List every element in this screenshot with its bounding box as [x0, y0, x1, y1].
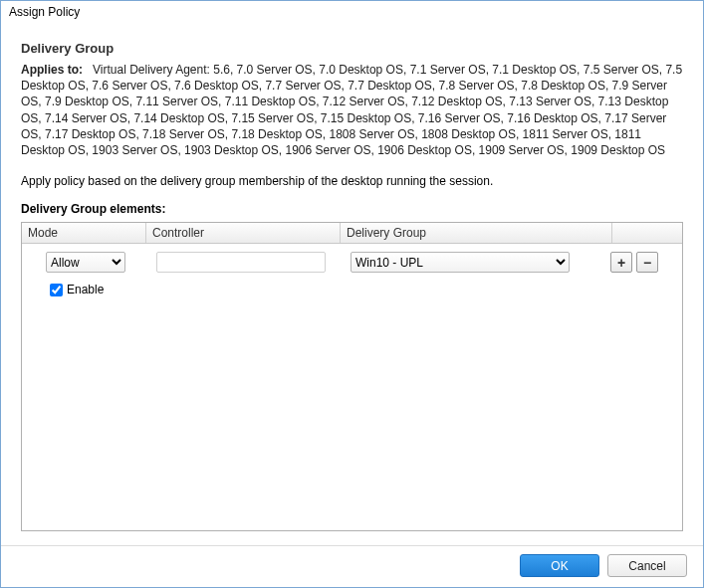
- col-header-controller[interactable]: Controller: [146, 223, 341, 243]
- col-header-delivery-group[interactable]: Delivery Group: [341, 223, 612, 243]
- assign-policy-window: Assign Policy Delivery Group Applies to:…: [0, 0, 704, 588]
- table-row: Allow Win10 - UPL + −: [28, 250, 676, 275]
- controller-input[interactable]: [156, 252, 326, 273]
- applies-to-text: Virtual Delivery Agent: 5.6, 7.0 Server …: [21, 63, 682, 157]
- grid-header: Mode Controller Delivery Group: [22, 223, 682, 244]
- delivery-group-select[interactable]: Win10 - UPL: [351, 252, 570, 273]
- window-title: Assign Policy: [1, 1, 703, 23]
- grid-body: Allow Win10 - UPL + −: [22, 244, 682, 530]
- dialog-footer: OK Cancel: [1, 545, 703, 587]
- col-header-actions: [612, 223, 682, 243]
- elements-grid: Mode Controller Delivery Group Allow: [21, 222, 683, 531]
- applies-to-block: Applies to: Virtual Delivery Agent: 5.6,…: [21, 62, 683, 158]
- mode-select[interactable]: Allow: [46, 252, 125, 273]
- applies-to-label: Applies to:: [21, 63, 83, 77]
- section-heading: Delivery Group: [21, 41, 683, 56]
- enable-label: Enable: [67, 283, 104, 296]
- elements-heading: Delivery Group elements:: [21, 202, 683, 216]
- add-row-button[interactable]: +: [610, 252, 632, 273]
- content-area: Delivery Group Applies to: Virtual Deliv…: [1, 23, 703, 545]
- cancel-button[interactable]: Cancel: [607, 554, 687, 577]
- policy-description: Apply policy based on the delivery group…: [21, 174, 683, 188]
- remove-row-button[interactable]: −: [636, 252, 658, 273]
- enable-row: Enable: [28, 283, 676, 296]
- col-header-mode[interactable]: Mode: [22, 223, 146, 243]
- ok-button[interactable]: OK: [520, 554, 599, 577]
- enable-checkbox[interactable]: [50, 284, 63, 296]
